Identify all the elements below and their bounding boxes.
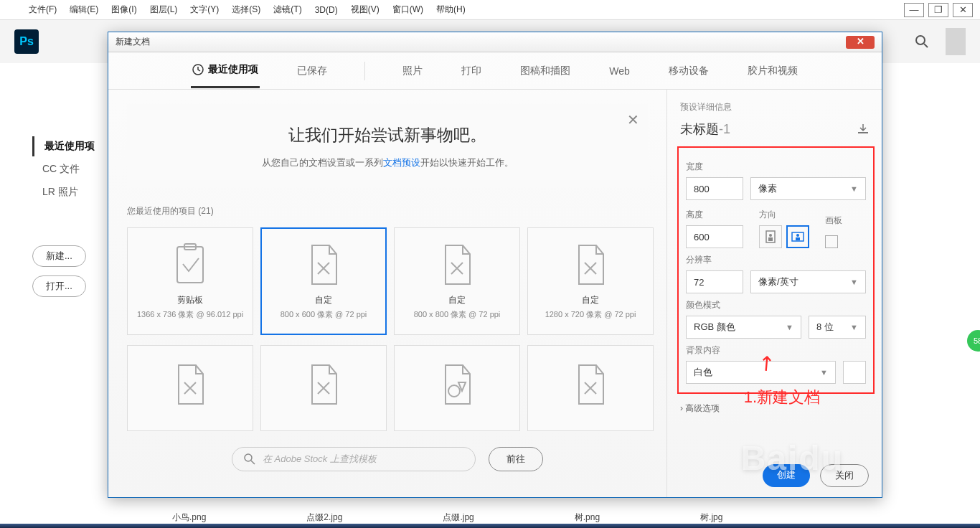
preset-card-custom-1280x720[interactable]: 自定 1280 x 720 像素 @ 72 ppi: [527, 227, 654, 335]
menu-edit[interactable]: 编辑(E): [70, 4, 98, 16]
file-thumb[interactable]: 点缀.jpg: [443, 512, 473, 524]
cancel-button[interactable]: 关闭: [820, 464, 869, 487]
chevron-down-icon: ▼: [850, 184, 858, 193]
svg-line-7: [251, 461, 255, 464]
svg-point-6: [245, 454, 252, 461]
stock-search-row: 在 Adobe Stock 上查找模板 前往: [127, 447, 648, 471]
panel-toggle-button[interactable]: [946, 28, 966, 55]
preset-card-custom-800x600[interactable]: 自定 800 x 600 像素 @ 72 ppi: [260, 227, 387, 335]
window-close-button[interactable]: ✕: [953, 3, 973, 17]
bit-depth-select[interactable]: 8 位▼: [809, 316, 866, 339]
hero-close-icon[interactable]: ✕: [627, 111, 639, 128]
sidebar-item-recent[interactable]: 最近使用项: [32, 136, 118, 156]
hero-subtitle: 从您自己的文档设置或一系列文档预设开始以快速开始工作。: [141, 156, 633, 169]
resolution-input[interactable]: 72: [686, 270, 743, 293]
background-swatch[interactable]: [843, 361, 866, 384]
sidebar-item-lr-photos[interactable]: LR 照片: [32, 182, 118, 202]
artboard-checkbox[interactable]: [825, 235, 838, 248]
background-select[interactable]: 白色▼: [686, 361, 836, 384]
svg-rect-13: [796, 237, 800, 240]
dialog-close-button[interactable]: ✕: [846, 36, 875, 49]
dialog-left-panel: ✕ 让我们开始尝试新事物吧。 从您自己的文档设置或一系列文档预设开始以快速开始工…: [108, 90, 666, 497]
recent-items-label: 您最近使用的项目 (21): [127, 205, 648, 217]
tab-recent[interactable]: 最近使用项: [191, 53, 260, 88]
document-name[interactable]: 未标题-1: [680, 121, 857, 138]
tab-saved[interactable]: 已保存: [296, 55, 329, 88]
preset-card-clipboard[interactable]: 剪贴板 980 x 528 像素 @ 96.012 ppi: [127, 227, 253, 335]
card-title: 自定: [582, 294, 599, 306]
stock-search-input[interactable]: 在 Adobe Stock 上查找模板: [232, 447, 476, 471]
window-minimize-button[interactable]: —: [904, 3, 924, 17]
menu-text[interactable]: 文字(Y): [190, 4, 219, 16]
menu-view[interactable]: 视图(V): [351, 4, 380, 16]
home-sidebar: 最近使用项 CC 文件 LR 照片 新建... 打开...: [32, 136, 118, 297]
tab-print[interactable]: 打印: [460, 55, 483, 88]
svg-point-9: [769, 234, 772, 237]
tab-art[interactable]: 图稿和插图: [519, 55, 572, 88]
search-icon[interactable]: [911, 31, 933, 52]
tab-divider: [364, 62, 365, 80]
open-button[interactable]: 打开...: [32, 275, 86, 297]
card-title: 自定: [448, 294, 466, 306]
stock-go-button[interactable]: 前往: [489, 447, 543, 471]
save-preset-icon[interactable]: [857, 124, 869, 134]
resolution-unit-select[interactable]: 像素/英寸▼: [750, 270, 866, 293]
tab-photo[interactable]: 照片: [401, 55, 424, 88]
menu-select[interactable]: 选择(S): [232, 4, 260, 16]
tab-mobile[interactable]: 移动设备: [667, 55, 710, 88]
document-icon: [572, 242, 609, 287]
menu-filter[interactable]: 滤镜(T): [273, 4, 301, 16]
search-icon: [244, 453, 255, 465]
preset-cards-row2: [127, 345, 648, 431]
menu-file[interactable]: 文件(F): [29, 4, 57, 16]
tab-film[interactable]: 胶片和视频: [746, 55, 799, 88]
preset-card-custom-800x800[interactable]: 自定 800 x 800 像素 @ 72 ppi: [394, 227, 520, 335]
stock-placeholder: 在 Adobe Stock 上查找模板: [263, 453, 377, 466]
file-thumb[interactable]: 树.png: [575, 512, 600, 524]
window-restore-button[interactable]: ❐: [928, 3, 948, 17]
svg-line-1: [924, 44, 928, 47]
card-subtitle: 980 x 528 像素 @ 96.012 ppi: [137, 309, 243, 320]
preset-card[interactable]: [260, 345, 387, 431]
card-title: 剪贴板: [177, 294, 203, 306]
file-thumb[interactable]: 树.jpg: [700, 512, 722, 524]
svg-point-12: [796, 234, 799, 237]
menu-help[interactable]: 帮助(H): [436, 4, 466, 16]
svg-point-5: [448, 385, 460, 397]
recent-files-peek: 小鸟.png 点缀2.jpg 点缀.jpg 树.png 树.jpg: [172, 512, 951, 524]
shapes-icon: [438, 362, 476, 407]
create-button[interactable]: 创建: [763, 464, 810, 487]
preset-card[interactable]: [127, 345, 253, 431]
svg-rect-3: [177, 247, 203, 283]
new-button[interactable]: 新建...: [32, 245, 86, 267]
menu-3d[interactable]: 3D(D): [315, 5, 338, 15]
sidebar-item-cc-files[interactable]: CC 文件: [32, 159, 118, 179]
color-mode-label: 颜色模式: [686, 299, 866, 311]
menu-layer[interactable]: 图层(L): [150, 4, 178, 16]
orientation-landscape-button[interactable]: [786, 225, 809, 248]
height-label: 高度: [686, 209, 743, 221]
hero-title: 让我们开始尝试新事物吧。: [141, 124, 633, 146]
tab-web[interactable]: Web: [608, 55, 631, 87]
file-thumb[interactable]: 点缀2.jpg: [306, 512, 342, 524]
orientation-portrait-button[interactable]: [759, 225, 782, 248]
color-mode-select[interactable]: RGB 颜色▼: [686, 316, 801, 339]
windows-taskbar[interactable]: [0, 524, 980, 528]
card-title: 自定: [315, 294, 332, 306]
advanced-options-toggle[interactable]: › 高级选项: [667, 394, 882, 423]
document-icon: [171, 362, 209, 407]
dialog-title: 新建文档: [116, 36, 846, 48]
menu-window[interactable]: 窗口(W): [392, 4, 423, 16]
file-thumb[interactable]: 小鸟.png: [172, 512, 206, 524]
hero-presets-link[interactable]: 文档预设: [383, 157, 420, 168]
preset-card[interactable]: [527, 345, 654, 431]
svg-rect-10: [768, 237, 773, 241]
height-input[interactable]: 600: [686, 225, 743, 248]
details-header-label: 预设详细信息: [667, 101, 882, 121]
hero-banner: ✕ 让我们开始尝试新事物吧。 从您自己的文档设置或一系列文档预设开始以快速开始工…: [127, 104, 648, 187]
menu-image[interactable]: 图像(I): [111, 4, 136, 16]
preset-card[interactable]: [394, 345, 520, 431]
width-input[interactable]: 800: [686, 177, 743, 200]
card-subtitle: 1280 x 720 像素 @ 72 ppi: [545, 309, 636, 320]
width-unit-select[interactable]: 像素▼: [750, 177, 866, 200]
